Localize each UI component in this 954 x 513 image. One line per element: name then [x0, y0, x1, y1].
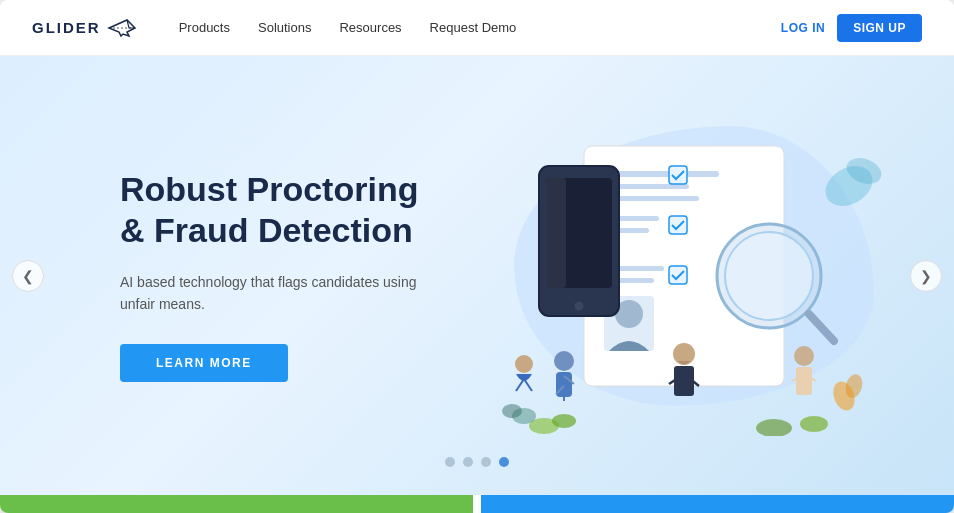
carousel-dots: [445, 457, 509, 467]
svg-point-39: [756, 419, 792, 436]
carousel-dot-1[interactable]: [445, 457, 455, 467]
navbar: GLIDER Products Solutions Resources Requ…: [0, 0, 954, 56]
page-wrapper: GLIDER Products Solutions Resources Requ…: [0, 0, 954, 513]
svg-point-44: [502, 404, 522, 418]
svg-line-36: [524, 379, 532, 391]
hero-title: Robust Proctoring& Fraud Detection: [120, 169, 458, 251]
svg-line-20: [809, 314, 834, 341]
svg-point-30: [794, 346, 814, 366]
svg-rect-7: [669, 266, 687, 284]
carousel-left-arrow[interactable]: ❮: [12, 260, 44, 292]
nav-link-solutions[interactable]: Solutions: [258, 20, 311, 35]
svg-point-17: [574, 301, 584, 311]
carousel-dot-4[interactable]: [499, 457, 509, 467]
nav-link-request-demo[interactable]: Request Demo: [430, 20, 517, 35]
hero-section: ❮ Robust Proctoring& Fraud Detection AI …: [0, 56, 954, 495]
svg-point-38: [552, 414, 576, 428]
logo-area: GLIDER: [32, 18, 139, 38]
proctoring-illustration: [474, 116, 894, 436]
svg-rect-6: [669, 216, 687, 234]
hero-content: Robust Proctoring& Fraud Detection AI ba…: [0, 169, 458, 381]
login-button[interactable]: LOG IN: [781, 21, 825, 35]
carousel-right-arrow[interactable]: ❯: [910, 260, 942, 292]
left-chevron-icon: ❮: [22, 268, 34, 284]
blue-bar: [481, 495, 954, 513]
svg-point-40: [800, 416, 828, 432]
learn-more-button[interactable]: LEARN MORE: [120, 344, 288, 382]
hero-subtitle: AI based technology that flags candidate…: [120, 271, 440, 316]
nav-links: Products Solutions Resources Request Dem…: [179, 20, 781, 35]
carousel-dot-3[interactable]: [481, 457, 491, 467]
svg-rect-31: [796, 367, 812, 395]
hero-illustration: [474, 116, 894, 436]
nav-link-resources[interactable]: Resources: [339, 20, 401, 35]
bottom-bars: [0, 495, 954, 513]
green-bar: [0, 495, 473, 513]
svg-line-35: [516, 379, 524, 391]
logo-text: GLIDER: [32, 19, 101, 36]
nav-link-products[interactable]: Products: [179, 20, 230, 35]
svg-rect-5: [669, 166, 687, 184]
carousel-dot-2[interactable]: [463, 457, 473, 467]
svg-point-21: [554, 351, 574, 371]
nav-actions: LOG IN SIGN UP: [781, 14, 922, 42]
logo-plane-icon: [107, 18, 139, 38]
svg-rect-16: [546, 178, 566, 288]
svg-point-34: [515, 355, 533, 373]
right-chevron-icon: ❯: [920, 268, 932, 284]
signup-button[interactable]: SIGN UP: [837, 14, 922, 42]
svg-point-19: [725, 232, 813, 320]
